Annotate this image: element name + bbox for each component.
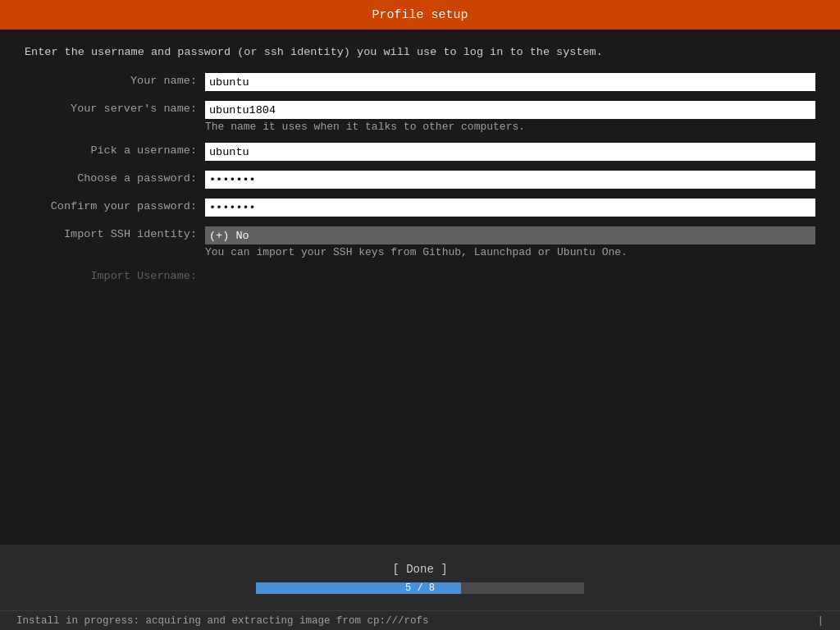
done-button[interactable]: [ Done ] xyxy=(384,561,455,578)
username-row: Pick a username: xyxy=(25,143,815,161)
confirm-password-row: Confirm your password: xyxy=(25,199,815,217)
ssh-toggle-button[interactable]: (+) No xyxy=(205,226,815,244)
server-name-label: Your server's name: xyxy=(25,101,205,115)
password-input[interactable] xyxy=(205,171,815,189)
your-name-label: Your name: xyxy=(25,73,205,87)
confirm-password-input[interactable] xyxy=(205,199,815,217)
your-name-row: Your name: xyxy=(25,73,815,91)
username-field-wrapper xyxy=(205,143,815,161)
ssh-identity-field-wrapper: (+) No You can import your SSH keys from… xyxy=(205,226,815,258)
your-name-field-wrapper xyxy=(205,73,815,91)
progress-bar-container: 5 / 8 xyxy=(256,582,584,594)
server-name-field-wrapper: The name it uses when it talks to other … xyxy=(205,101,815,133)
password-label: Choose a password: xyxy=(25,171,205,185)
status-separator: | xyxy=(817,615,824,627)
server-name-row: Your server's name: The name it uses whe… xyxy=(25,101,815,133)
confirm-password-label: Confirm your password: xyxy=(25,199,205,212)
ssh-identity-label: Import SSH identity: xyxy=(25,226,205,240)
confirm-password-field-wrapper xyxy=(205,199,815,217)
ssh-hint: You can import your SSH keys from Github… xyxy=(205,246,815,258)
ssh-identity-row: Import SSH identity: (+) No You can impo… xyxy=(25,226,815,258)
header: Profile setup xyxy=(0,0,840,30)
description: Enter the username and password (or ssh … xyxy=(25,46,815,58)
password-field-wrapper xyxy=(205,171,815,189)
main-content: Enter the username and password (or ssh … xyxy=(0,30,840,545)
username-label: Pick a username: xyxy=(25,143,205,157)
import-username-row: Import Username: xyxy=(25,268,815,282)
username-input[interactable] xyxy=(205,143,815,161)
progress-text: 5 / 8 xyxy=(405,582,435,594)
ssh-toggle-text: (+) No xyxy=(209,230,249,242)
server-name-hint: The name it uses when it talks to other … xyxy=(205,121,815,133)
status-message: Install in progress: acquiring and extra… xyxy=(16,615,429,627)
footer: [ Done ] 5 / 8 xyxy=(0,545,840,610)
header-title: Profile setup xyxy=(372,8,468,22)
import-username-label: Import Username: xyxy=(25,268,205,282)
password-row: Choose a password: xyxy=(25,171,815,189)
server-name-input[interactable] xyxy=(205,101,815,119)
your-name-input[interactable] xyxy=(205,73,815,91)
status-bar: Install in progress: acquiring and extra… xyxy=(0,610,840,630)
